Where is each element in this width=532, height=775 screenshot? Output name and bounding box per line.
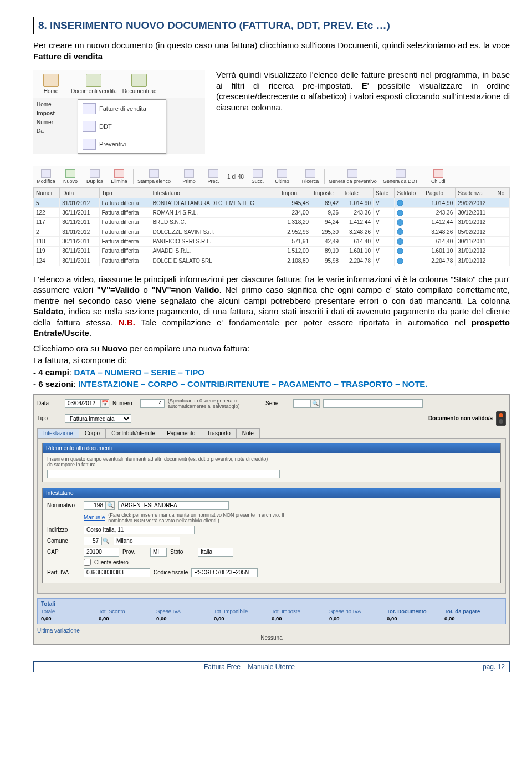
btn-nuovo[interactable]: Nuovo xyxy=(59,168,82,185)
total-value: 0,00 xyxy=(444,615,455,621)
prov-field[interactable] xyxy=(150,548,167,557)
tab-trasporto[interactable]: Trasporto xyxy=(201,428,236,438)
dropdown-item-fatture[interactable]: Fatture di vendita xyxy=(78,100,166,118)
btn-duplica[interactable]: Duplica xyxy=(83,168,106,185)
total-value-cell: 0,00 xyxy=(272,615,329,621)
tab-intestazione[interactable]: Intestazione xyxy=(37,428,79,438)
col-header[interactable]: Intestatario xyxy=(150,188,279,198)
stato-field[interactable] xyxy=(198,548,233,557)
btn-genera-da-preventivo[interactable]: Genera da preventivo xyxy=(327,168,378,185)
cliente-estero-checkbox[interactable] xyxy=(84,559,91,566)
col-header[interactable]: Data xyxy=(60,188,99,198)
btn-modifica[interactable]: Modifica xyxy=(34,168,58,185)
col-header[interactable]: Numer xyxy=(34,188,60,198)
search-icon[interactable]: 🔍 xyxy=(101,537,110,545)
toolbar-documenti-acquisto[interactable]: Documenti ac xyxy=(120,73,158,95)
btn-chiudi[interactable]: Chiudi xyxy=(427,168,450,185)
cell xyxy=(395,237,423,246)
btn-primo[interactable]: Primo xyxy=(177,168,201,185)
calendar-icon[interactable]: 📅 xyxy=(100,399,109,408)
cap-field[interactable] xyxy=(84,548,119,557)
nominativo-field[interactable] xyxy=(118,501,229,510)
total-value-cell: 0,00 xyxy=(329,615,387,621)
text-blue: INTESTAZIONE – CORPO – CONTRIB/RITENUTE … xyxy=(78,379,428,389)
btn-label: Genera da DDT xyxy=(383,179,418,184)
click-nuovo-line: Clicchiamo ora su Nuovo per compilare un… xyxy=(33,343,510,354)
trash-icon xyxy=(114,169,124,178)
btn-prec[interactable]: Prec. xyxy=(202,168,225,185)
col-header[interactable]: Totale xyxy=(341,188,374,198)
dropdown-item-preventivi[interactable]: Preventivi xyxy=(78,135,166,153)
btn-elimina[interactable]: Elimina xyxy=(108,168,131,185)
cell: Fattura differita xyxy=(99,246,150,256)
btn-label: Elimina xyxy=(111,179,127,184)
table-row[interactable]: 12230/11/2011Fattura differitaROMAN 14 S… xyxy=(34,208,510,217)
cell: V xyxy=(373,217,394,227)
cell: 1.601,10 xyxy=(423,246,456,256)
total-label-cell: Spese IVA xyxy=(156,608,214,614)
toolbar-documenti-vendita[interactable]: Documenti vendita xyxy=(69,73,119,95)
btn-label: Ricerca xyxy=(302,179,319,184)
cell xyxy=(495,217,509,227)
text-bold: - 6 sezioni xyxy=(33,379,74,389)
cell: 945,48 xyxy=(279,198,311,208)
col-header[interactable]: Pagato xyxy=(423,188,456,198)
group-riferimenti: Riferimento altri documenti Inserire in … xyxy=(42,443,501,482)
total-label-cell: Tot. Imponibile xyxy=(214,608,272,614)
table-row[interactable]: 531/01/2012Fattura differitaBONTA' DI AL… xyxy=(34,198,510,208)
total-label-cell: Tot. Documento xyxy=(387,608,444,614)
cell: 1.412,44 xyxy=(423,217,456,227)
riferimenti-field[interactable] xyxy=(47,470,280,478)
partiva-field[interactable] xyxy=(84,568,150,577)
table-row[interactable]: 11930/11/2011Fattura differitaAMADEI S.R… xyxy=(34,246,510,256)
table-row[interactable]: 11730/11/2011Fattura differitaBRED S.N.C… xyxy=(34,217,510,227)
cf-field[interactable] xyxy=(191,568,258,577)
serie-field[interactable] xyxy=(293,399,311,408)
total-value: 0,00 xyxy=(272,615,282,621)
indirizzo-field[interactable] xyxy=(84,526,195,534)
table-row[interactable]: 11830/11/2011Fattura differitaPANIFICIO … xyxy=(34,237,510,246)
comune-code[interactable] xyxy=(84,537,101,545)
nominativo-code[interactable] xyxy=(84,501,106,510)
data-field[interactable] xyxy=(65,399,100,408)
btn-label: Genera da preventivo xyxy=(329,179,377,184)
toolbar-home[interactable]: Home xyxy=(34,73,68,95)
col-header[interactable]: Impon. xyxy=(279,188,311,198)
comune-label: Comune xyxy=(47,538,80,544)
text: ) clicchiamo sull'icona Documenti, quind… xyxy=(254,40,510,50)
col-header[interactable]: Tipo xyxy=(99,188,150,198)
dropdown-item-ddt[interactable]: DDT xyxy=(78,118,166,135)
btn-ultimo[interactable]: Ultimo xyxy=(270,168,294,185)
tab-pagamento[interactable]: Pagamento xyxy=(161,428,201,438)
btn-stampa-elenco[interactable]: Stampa elenco xyxy=(136,168,172,185)
search-icon[interactable]: 🔍 xyxy=(106,501,115,510)
tab-corpo[interactable]: Corpo xyxy=(79,428,106,438)
btn-ricerca[interactable]: Ricerca xyxy=(299,168,322,185)
numero-hint: (Specificando 0 viene generato automatic… xyxy=(168,398,262,409)
cell: V xyxy=(373,246,394,256)
comune-field[interactable] xyxy=(114,537,180,545)
manuale-link[interactable]: Manuale xyxy=(84,514,105,521)
cell: Fattura differita xyxy=(99,227,150,237)
tipo-select[interactable]: Fattura immediata xyxy=(65,414,131,423)
col-header[interactable]: Scadenza xyxy=(456,188,495,198)
col-header[interactable]: Imposte xyxy=(311,188,341,198)
col-header[interactable]: Statc xyxy=(373,188,394,198)
numero-field[interactable] xyxy=(140,399,165,408)
search-icon[interactable]: 🔍 xyxy=(311,399,320,408)
intro-paragraph: Per creare un nuovo documento (in questo… xyxy=(33,40,510,62)
btn-label: Stampa elenco xyxy=(137,179,171,184)
cell: DOLCE E SALATO SRL xyxy=(150,256,279,266)
tab-contributi[interactable]: Contributi/ritenute xyxy=(105,428,161,438)
total-value-cell: 0,00 xyxy=(387,615,444,621)
text-bold: Fatture di vendita xyxy=(33,52,103,61)
table-row[interactable]: 231/01/2012Fattura differitaDOLCEZZE SAV… xyxy=(34,227,510,237)
serie-desc-field[interactable] xyxy=(323,399,423,408)
btn-succ[interactable]: Succ. xyxy=(246,168,269,185)
col-header[interactable]: Saldato xyxy=(395,188,423,198)
table-row[interactable]: 12430/11/2011Fattura differitaDOLCE E SA… xyxy=(34,256,510,266)
btn-genera-da-ddt[interactable]: Genera da DDT xyxy=(380,168,422,185)
tab-note[interactable]: Note xyxy=(236,428,260,438)
text: Per creare un nuovo documento ( xyxy=(33,40,158,50)
col-header[interactable]: No xyxy=(495,188,509,198)
